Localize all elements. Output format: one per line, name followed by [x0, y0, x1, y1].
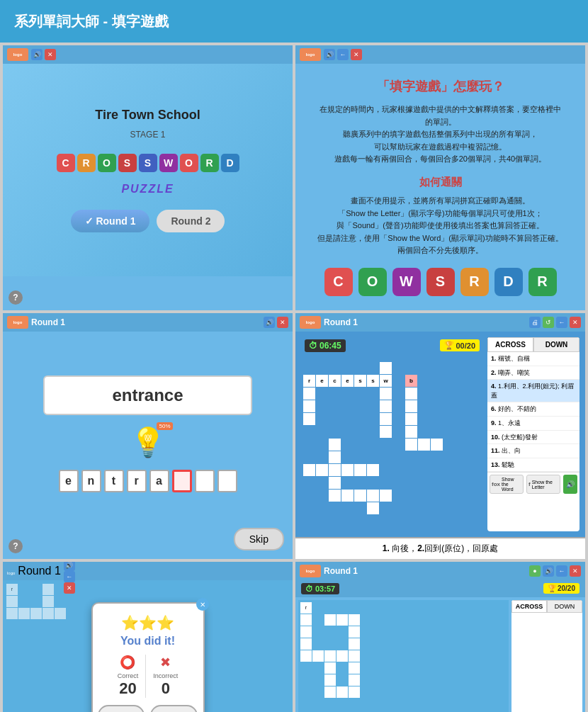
panel5-header: logo Round 1 ● 🔊 ← ✕ — [3, 562, 293, 580]
panel5-sound-btn[interactable]: 🔊 — [64, 562, 75, 571]
bulb-container: 💡 50% — [130, 426, 166, 459]
score-grid: ⭕ Correct 20 ✖ Incorrect 0 — [107, 655, 189, 698]
letter-cell-2[interactable]: t — [104, 470, 124, 492]
cell — [392, 413, 405, 425]
cell — [341, 413, 354, 425]
cell-s: s — [354, 375, 366, 387]
letter-cell-0[interactable]: e — [59, 470, 79, 492]
cw-grid: r e c e s s w b — [303, 362, 481, 514]
br-tab-across[interactable]: ACROSS — [511, 600, 547, 613]
tab-across[interactable]: ACROSS — [487, 337, 533, 352]
sidebar-tabs: ACROSS DOWN — [487, 337, 579, 352]
panel3-close-button[interactable]: ✕ — [277, 317, 288, 328]
br-timer-value: 03:57 — [315, 584, 335, 593]
letter-cell-4[interactable]: a — [149, 470, 169, 492]
tab-down[interactable]: DOWN — [533, 337, 579, 352]
cell — [392, 362, 405, 374]
panel2-back-button[interactable]: ← — [337, 49, 349, 60]
modal-buttons: Round 2 Replay — [107, 705, 189, 712]
panel5-title: Round 1 — [18, 565, 61, 577]
panel5-back-btn[interactable]: ← — [64, 571, 75, 582]
round2-button[interactable]: Round 2 — [157, 210, 225, 232]
sound-clue-btn[interactable]: 🔊 — [563, 475, 577, 494]
clue-6: 6. 好的、不錯的 — [487, 402, 579, 417]
close-modal-button[interactable]: ✕ — [196, 598, 209, 611]
cell — [316, 400, 328, 412]
round1-button[interactable]: ✓ Round 1 — [71, 210, 150, 232]
panel2-sound-button[interactable]: 🔊 — [324, 49, 335, 60]
cell — [329, 362, 341, 374]
br-score: 🏆 20/20 — [543, 583, 579, 594]
panel3-help-icon[interactable]: ? — [9, 539, 23, 553]
sound-button[interactable]: 🔊 — [31, 49, 43, 60]
letter-cell-1[interactable]: n — [81, 470, 101, 492]
bulb-icon: 💡 — [130, 426, 166, 458]
clue-bar: 1. 向後，2.回到(原位)，回原處 — [295, 537, 585, 559]
cell-o5 — [405, 413, 417, 425]
panel4-close-button[interactable]: ✕ — [570, 317, 581, 328]
panel-br-controls: ● 🔊 ← ✕ — [529, 565, 581, 577]
panel-br-logo: logo — [300, 565, 321, 577]
cell — [418, 426, 430, 438]
tile-C: C — [57, 154, 75, 172]
cell — [367, 362, 379, 374]
cell-i — [303, 400, 315, 412]
panel3-body: entrance 💡 50% e n t r a — [3, 332, 293, 537]
cell — [431, 388, 443, 400]
cell-b: b — [405, 375, 417, 387]
br-score-value: 20/20 — [558, 584, 575, 592]
letter-inputs: e n t r a — [59, 470, 237, 492]
panel2-close-button[interactable]: ✕ — [351, 49, 362, 60]
br-timer-icon: ⏱ — [305, 584, 313, 593]
panel-br-back-btn[interactable]: ← — [556, 565, 567, 577]
panel-br-sound-btn[interactable]: 🔊 — [543, 565, 554, 577]
cell — [303, 362, 315, 374]
demo-tile-R: R — [460, 268, 489, 296]
panel4-back-button[interactable]: ← — [556, 317, 567, 328]
letter-cell-3[interactable]: r — [127, 470, 147, 492]
panel-br-title: Round 1 — [324, 566, 526, 576]
cell — [418, 413, 430, 425]
letter-cell-6[interactable] — [195, 470, 215, 492]
panel2-logo: logo — [300, 48, 321, 61]
panel3-sound-button[interactable]: 🔊 — [264, 317, 275, 328]
score-icon: 🏆 — [444, 341, 454, 350]
cell — [354, 426, 366, 438]
panel4-print-button[interactable]: 🖨 — [529, 317, 541, 328]
panel5-close-btn[interactable]: ✕ — [64, 582, 75, 594]
cell — [341, 362, 354, 374]
panel3-header: logo Round 1 🔊 ✕ — [3, 313, 293, 332]
crossword-left: ⏱ 06:45 🏆 00/20 — [301, 337, 483, 531]
br-tab-down[interactable]: DOWN — [547, 600, 582, 613]
show-letter-btn[interactable]: f Show the Letter — [526, 475, 560, 494]
cell — [316, 426, 328, 438]
tile-S1: S — [118, 154, 137, 172]
cell — [354, 400, 366, 412]
br-timer-bar: ⏱ 03:57 🏆 20/20 — [295, 580, 585, 597]
round2-button[interactable]: Round 2 — [98, 705, 145, 712]
panel-br-green-btn[interactable]: ● — [529, 565, 541, 577]
app-title: 系列單詞大師 - 填字遊戲 — [14, 12, 169, 31]
br-timer: ⏱ 03:57 — [301, 583, 339, 594]
replay-button[interactable]: Replay — [150, 705, 198, 712]
help-icon[interactable]: ? — [9, 290, 23, 305]
panel4-refresh-button[interactable]: ↺ — [543, 317, 554, 328]
cell — [405, 362, 417, 374]
cell-w2: w — [380, 375, 392, 387]
score-value: 00/20 — [456, 341, 475, 350]
close-button[interactable]: ✕ — [45, 49, 56, 60]
cell-e2: e — [341, 375, 354, 387]
cell — [418, 362, 430, 374]
panel-bottom-right: logo Round 1 ● 🔊 ← ✕ ⏱ 03:57 🏆 20/20 — [295, 562, 585, 712]
clue-sidebar: ACROSS DOWN 1. 稱號、自稱 2. 嘲弄、嘲笑 4. 1.利用、2.… — [487, 337, 579, 531]
panel-br-close-btn[interactable]: ✕ — [570, 565, 581, 577]
timer-display: ⏱ 06:45 — [305, 339, 346, 352]
timer-icon: ⏱ — [309, 341, 317, 351]
panel4-controls: 🖨 ↺ ← ✕ — [529, 317, 581, 328]
panel-word-input: logo Round 1 🔊 ✕ entrance 💡 50% e n t r … — [3, 313, 293, 559]
letter-cell-7[interactable] — [217, 470, 237, 492]
cell — [367, 426, 379, 438]
skip-button[interactable]: Skip — [234, 528, 284, 550]
letter-cell-5[interactable] — [172, 470, 192, 492]
show-word-btn[interactable]: fox Show the Word — [490, 475, 524, 494]
